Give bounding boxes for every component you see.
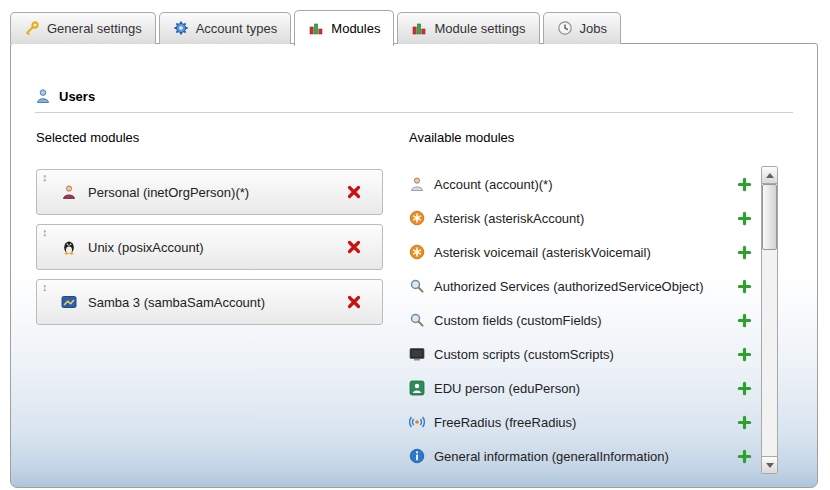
tab-label: Module settings: [434, 21, 525, 36]
available-module-general-information: General information (generalInformation): [409, 439, 754, 473]
available-module-authorized-services: Authorized Services (authorizedServiceOb…: [409, 269, 754, 303]
personal-icon: [61, 184, 77, 200]
drag-handle-icon[interactable]: ↕: [42, 281, 48, 293]
available-module-label: FreeRadius (freeRadius): [434, 415, 576, 430]
info-icon: [409, 448, 425, 464]
available-module-label: Authorized Services (authorizedServiceOb…: [434, 279, 704, 294]
available-module-label: Asterisk (asteriskAccount): [434, 211, 584, 226]
available-module-label: Custom fields (customFields): [434, 313, 602, 328]
available-modules-column: Available modules Account (account)(*): [409, 130, 754, 473]
available-module-freeradius: FreeRadius (freeRadius): [409, 405, 754, 439]
wifi-icon: [409, 414, 425, 430]
selected-module-samba[interactable]: ↕ Samba 3 (sambaSamAccount): [36, 279, 383, 325]
tab-bar: General settings Account types Modul: [10, 0, 621, 44]
available-module-edu-person: EDU person (eduPerson): [409, 371, 754, 405]
add-icon[interactable]: [737, 415, 752, 430]
tab-general-settings[interactable]: General settings: [10, 12, 156, 44]
available-module-account: Account (account)(*): [409, 167, 754, 201]
section-title: Users: [59, 89, 95, 104]
available-module-custom-fields: Custom fields (customFields): [409, 303, 754, 337]
lam-configuration-page: General settings Account types Modul: [0, 0, 830, 490]
tab-label: Modules: [331, 21, 380, 36]
edu-person-icon: [409, 380, 425, 396]
gear-icon: [173, 20, 189, 36]
terminal-icon: [409, 346, 425, 362]
available-module-asterisk: Asterisk (asteriskAccount): [409, 201, 754, 235]
triangle-up-icon: [766, 173, 774, 178]
available-module-asterisk-voicemail: Asterisk voicemail (asteriskVoicemail): [409, 235, 754, 269]
drag-handle-icon[interactable]: ↕: [42, 226, 48, 238]
selected-module-label: Personal (inetOrgPerson)(*): [88, 185, 249, 200]
selected-module-label: Samba 3 (sambaSamAccount): [88, 295, 265, 310]
tab-modules[interactable]: Modules: [294, 10, 394, 46]
tab-label: Account types: [196, 21, 278, 36]
add-icon[interactable]: [737, 347, 752, 362]
tab-label: General settings: [47, 21, 142, 36]
magnifier-icon: [409, 278, 425, 294]
available-module-label: EDU person (eduPerson): [434, 381, 580, 396]
tab-account-types[interactable]: Account types: [159, 12, 292, 44]
available-module-label: Account (account)(*): [434, 177, 553, 192]
scroll-down-button[interactable]: [762, 456, 777, 473]
users-section-header: Users: [35, 88, 793, 113]
magnifier-icon: [409, 312, 425, 328]
asterisk-icon: [409, 210, 425, 226]
add-icon[interactable]: [737, 449, 752, 464]
tab-module-settings[interactable]: Module settings: [397, 12, 539, 44]
selected-module-personal[interactable]: ↕ Personal (inetOrgPerson)(*): [36, 169, 383, 215]
samba-icon: [61, 294, 77, 310]
selected-modules-column: Selected modules ↕ Personal (inetOrgPers…: [36, 130, 383, 334]
triangle-down-icon: [766, 463, 774, 468]
delete-icon[interactable]: [346, 239, 362, 255]
asterisk-icon: [409, 244, 425, 260]
available-modules-title: Available modules: [409, 130, 754, 145]
modules-panel: Users Selected modules ↕ Personal (inetO…: [10, 43, 818, 488]
add-icon[interactable]: [737, 381, 752, 396]
unix-tux-icon: [61, 239, 77, 255]
modules-blocks-icon: [308, 20, 324, 36]
add-icon[interactable]: [737, 177, 752, 192]
add-icon[interactable]: [737, 211, 752, 226]
drag-handle-icon[interactable]: ↕: [42, 171, 48, 183]
add-icon[interactable]: [737, 279, 752, 294]
available-modules-scrollbar[interactable]: [761, 166, 778, 474]
selected-module-label: Unix (posixAccount): [88, 240, 204, 255]
scrollbar-thumb[interactable]: [762, 184, 777, 250]
available-module-label: Custom scripts (customScripts): [434, 347, 614, 362]
account-icon: [409, 176, 425, 192]
delete-icon[interactable]: [346, 184, 362, 200]
selected-modules-title: Selected modules: [36, 130, 383, 145]
modules-blocks-icon: [411, 20, 427, 36]
tab-label: Jobs: [580, 21, 607, 36]
wrench-icon: [24, 20, 40, 36]
selected-module-unix[interactable]: ↕ Unix (posixAccount): [36, 224, 383, 270]
add-icon[interactable]: [737, 245, 752, 260]
available-module-label: General information (generalInformation): [434, 449, 669, 464]
available-module-custom-scripts: Custom scripts (customScripts): [409, 337, 754, 371]
users-icon: [35, 88, 51, 104]
delete-icon[interactable]: [346, 294, 362, 310]
scroll-up-button[interactable]: [762, 167, 777, 184]
available-module-label: Asterisk voicemail (asteriskVoicemail): [434, 245, 651, 260]
tab-jobs[interactable]: Jobs: [543, 12, 621, 44]
add-icon[interactable]: [737, 313, 752, 328]
clock-icon: [557, 20, 573, 36]
